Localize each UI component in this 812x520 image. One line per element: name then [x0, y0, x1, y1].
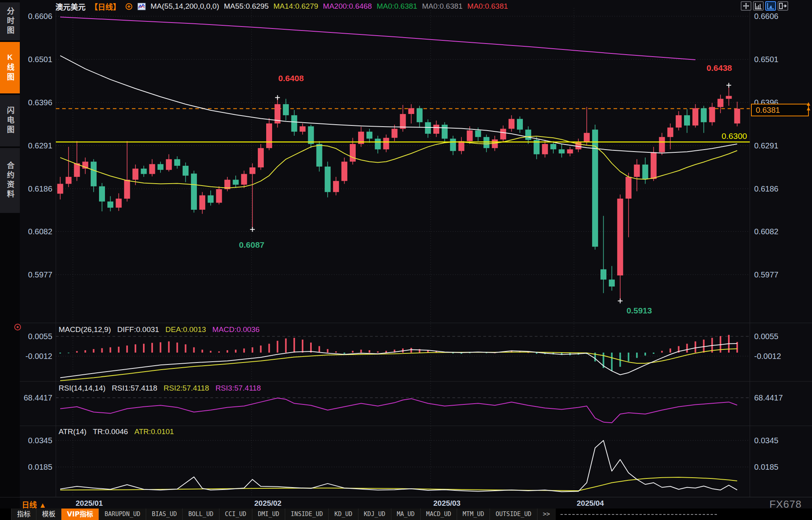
candle	[592, 130, 598, 247]
candles	[57, 85, 740, 301]
period-tag[interactable]: 【日线】	[90, 1, 120, 12]
tab-inside-ud[interactable]: INSIDE_UD	[285, 509, 328, 520]
candle	[366, 132, 372, 139]
tab-boll-ud[interactable]: BOLL_UD	[182, 509, 219, 520]
sidebar-item-label: 闪电图	[5, 106, 15, 135]
candle	[642, 165, 648, 179]
rsi2-value: RSI2:57.4118	[164, 384, 209, 393]
svg-text:0.6291: 0.6291	[28, 141, 52, 150]
tab-macd-ud[interactable]: MACD_UD	[420, 509, 457, 520]
chevron-up-icon: ▲	[39, 501, 46, 509]
candle	[325, 167, 331, 192]
tab-mtm-ud[interactable]: MTM_UD	[457, 509, 490, 520]
moving-averages	[60, 17, 737, 188]
period-selector[interactable]: 日线 ▲	[22, 499, 46, 510]
candle	[609, 279, 615, 287]
atr-title: ATR(14)	[59, 427, 86, 436]
tab-indicators[interactable]: 指标	[11, 509, 36, 520]
chart-toolbar	[741, 1, 788, 11]
candle	[417, 108, 423, 122]
candle	[517, 119, 523, 130]
candle	[667, 127, 673, 137]
candle	[316, 144, 322, 167]
candle	[166, 159, 172, 170]
svg-text:0.6291: 0.6291	[754, 141, 778, 150]
svg-text:0.0055: 0.0055	[28, 332, 52, 341]
sidebar-item-kline-chart[interactable]: K线图	[0, 42, 20, 93]
atr-lines	[60, 440, 737, 492]
tab-outside-ud[interactable]: OUTSIDE_UD	[490, 509, 537, 520]
sidebar-item-lightning-chart[interactable]: 闪电图	[0, 95, 20, 146]
candle	[74, 163, 80, 177]
candle	[57, 184, 63, 194]
rsi-line	[60, 398, 737, 423]
indicator-tab-bar: 指标 模板 VIP指标 BARUPDN_UD BIAS_UD BOLL_UD C…	[0, 509, 812, 520]
candle	[684, 115, 690, 125]
ma0-red-value: MA0:0.6381	[467, 2, 508, 11]
candle	[450, 139, 456, 151]
ma0-gray-value: MA0:0.6381	[422, 2, 462, 11]
candle	[208, 195, 213, 203]
pane-collapse-icon[interactable]	[778, 1, 788, 11]
axis-chart-icon[interactable]	[753, 1, 764, 11]
tab-kdj-ud[interactable]: KDJ_UD	[358, 509, 391, 520]
candle	[458, 141, 464, 151]
rsi-header: RSI(14,14,14) RSI1:57.4118 RSI2:57.4118 …	[59, 384, 261, 393]
tab-barupdn-ud[interactable]: BARUPDN_UD	[99, 509, 146, 520]
svg-text:0.6087: 0.6087	[239, 240, 264, 249]
sidebar-item-time-chart[interactable]: 分时图	[0, 2, 20, 40]
candle	[149, 164, 155, 174]
candle	[550, 144, 556, 150]
candle	[467, 131, 473, 141]
svg-text:0.6501: 0.6501	[754, 55, 778, 64]
price-alert-arrow-icon[interactable]: ▲▲	[805, 101, 812, 111]
svg-text:0.0345: 0.0345	[28, 436, 52, 445]
atr-value: ATR:0.0101	[134, 427, 174, 436]
macd-diff-value: DIFF:0.0031	[117, 325, 159, 334]
add-indicator-icon[interactable]	[125, 3, 133, 10]
mini-chart-icon[interactable]	[137, 3, 146, 10]
candle	[625, 177, 631, 199]
candle	[183, 166, 189, 176]
ma14-value: MA14:0.6279	[273, 2, 318, 11]
candle	[567, 149, 573, 153]
sidebar-item-contract-info[interactable]: 合约资料	[0, 148, 20, 213]
dashed-divider	[560, 514, 717, 515]
svg-text:0.5913: 0.5913	[627, 306, 652, 315]
candle	[124, 180, 130, 199]
macd-value: MACD:0.0036	[212, 325, 259, 334]
ma55-value: MA55:0.6295	[224, 2, 269, 11]
svg-text:0.6300: 0.6300	[722, 131, 747, 140]
tab-templates[interactable]: 模板	[36, 509, 61, 520]
svg-text:0.6082: 0.6082	[754, 227, 778, 236]
rsi3-value: RSI3:57.4118	[215, 384, 261, 393]
tab-more[interactable]: >>	[537, 509, 556, 520]
trading-app: 0.66060.66060.65010.65010.63960.63960.62…	[0, 0, 812, 520]
period-selector-label: 日线	[22, 501, 37, 509]
draw-target-icon[interactable]	[14, 324, 21, 330]
axis-chart-active-icon[interactable]	[765, 1, 776, 11]
svg-text:-0.0012: -0.0012	[754, 352, 781, 361]
tab-vip-indicators[interactable]: VIP指标	[61, 509, 99, 520]
candle	[241, 174, 247, 185]
tab-dmi-ud[interactable]: DMI_UD	[252, 509, 285, 520]
candle	[734, 109, 740, 123]
tab-cci-ud[interactable]: CCI_UD	[219, 509, 252, 520]
chart-canvas[interactable]: 0.66060.66060.65010.65010.63960.63960.62…	[0, 0, 812, 520]
candle	[617, 199, 623, 275]
footer-row: 日线 ▲ FX678	[0, 497, 812, 509]
candle	[66, 177, 72, 184]
candle	[233, 180, 239, 185]
annotations: 0.64080.64380.60870.5913	[239, 63, 732, 315]
candle	[266, 123, 272, 148]
tab-ma-ud[interactable]: MA_UD	[391, 509, 420, 520]
tab-kd-ud[interactable]: KD_UD	[328, 509, 358, 520]
crosshair-move-icon[interactable]	[741, 1, 751, 11]
candle	[392, 129, 398, 138]
candle	[692, 108, 698, 126]
candle	[99, 186, 105, 201]
tab-bias-ud[interactable]: BIAS_UD	[146, 509, 182, 520]
candle	[250, 167, 255, 174]
candle	[141, 169, 147, 174]
candle	[475, 131, 481, 137]
